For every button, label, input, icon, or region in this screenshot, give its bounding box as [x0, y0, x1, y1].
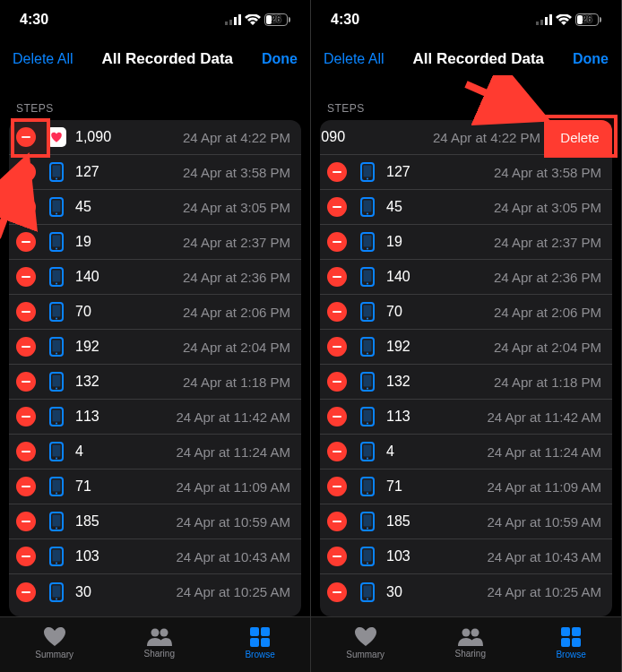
row-timestamp: 24 Apr at 4:22 PM: [433, 130, 540, 145]
delete-row-button[interactable]: Delete: [548, 120, 612, 154]
status-bar: 4:30 26: [0, 0, 310, 39]
table-row[interactable]: 19224 Apr at 2:04 PM: [320, 330, 612, 365]
table-row[interactable]: 424 Apr at 11:24 AM: [320, 435, 612, 470]
svg-point-80: [367, 458, 368, 460]
tab-browse-label: Browse: [245, 650, 274, 659]
nav-bar: Delete All All Recorded Data Done: [0, 39, 310, 79]
status-time: 4:30: [20, 12, 48, 28]
table-row[interactable]: 7024 Apr at 2:06 PM: [9, 295, 301, 330]
table-row[interactable]: 11324 Apr at 11:42 AM: [320, 400, 612, 435]
iphone-icon: [47, 372, 66, 392]
remove-row-button[interactable]: [327, 442, 347, 461]
row-value: 70: [386, 304, 402, 320]
tab-browse[interactable]: Browse: [245, 626, 274, 659]
delete-all-button[interactable]: Delete All: [13, 51, 73, 67]
table-row[interactable]: 7024 Apr at 2:06 PM: [320, 295, 612, 330]
tab-summary[interactable]: Summary: [35, 626, 73, 659]
row-value: 127: [75, 164, 99, 180]
remove-row-button[interactable]: [327, 302, 347, 322]
remove-row-button[interactable]: [327, 337, 347, 357]
table-row[interactable]: 7124 Apr at 11:09 AM: [320, 470, 612, 504]
table-row[interactable]: 1924 Apr at 2:37 PM: [320, 225, 612, 260]
tab-sharing[interactable]: Sharing: [454, 627, 485, 659]
table-row[interactable]: 7124 Apr at 11:09 AM: [9, 470, 301, 504]
table-row[interactable]: 12724 Apr at 3:58 PM: [9, 155, 301, 190]
row-timestamp: 24 Apr at 2:04 PM: [494, 340, 601, 355]
table-row[interactable]: 1,09024 Apr at 4:22 PMDelete: [320, 120, 612, 155]
remove-row-button[interactable]: [327, 407, 347, 426]
table-row[interactable]: 14024 Apr at 2:36 PM: [320, 260, 612, 295]
remove-row-button[interactable]: [16, 512, 36, 531]
remove-row-button[interactable]: [16, 337, 36, 357]
svg-rect-88: [364, 550, 372, 562]
remove-row-button[interactable]: [16, 442, 36, 461]
tab-browse[interactable]: Browse: [556, 626, 585, 659]
row-value: 192: [75, 339, 99, 355]
remove-row-button[interactable]: [327, 267, 347, 287]
table-row[interactable]: 1924 Apr at 2:37 PM: [9, 225, 301, 260]
svg-point-77: [367, 423, 368, 425]
table-row[interactable]: 13224 Apr at 1:18 PM: [9, 365, 301, 400]
svg-rect-1: [229, 20, 232, 25]
remove-row-button[interactable]: [16, 302, 36, 322]
table-row[interactable]: 11324 Apr at 11:42 AM: [9, 400, 301, 435]
remove-row-button[interactable]: [327, 372, 347, 392]
cell-signal-icon: [225, 14, 241, 25]
remove-row-button[interactable]: [16, 197, 36, 217]
table-row[interactable]: 3024 Apr at 10:25 AM: [320, 574, 612, 609]
remove-row-button[interactable]: [16, 547, 36, 566]
data-list[interactable]: 1,09024 Apr at 4:22 PM12724 Apr at 3:58 …: [9, 120, 301, 616]
tab-sharing[interactable]: Sharing: [143, 627, 174, 659]
table-row[interactable]: 18524 Apr at 10:59 AM: [9, 504, 301, 539]
table-row[interactable]: 19224 Apr at 2:04 PM: [9, 330, 301, 365]
remove-row-button[interactable]: [327, 477, 347, 496]
row-timestamp: 24 Apr at 2:36 PM: [494, 270, 601, 285]
table-row[interactable]: 10324 Apr at 10:43 AM: [320, 539, 612, 574]
done-button[interactable]: Done: [573, 51, 609, 67]
table-row[interactable]: 424 Apr at 11:24 AM: [9, 435, 301, 470]
iphone-icon: [47, 547, 66, 566]
remove-row-button[interactable]: [327, 582, 347, 602]
iphone-icon: [358, 197, 377, 217]
iphone-icon: [358, 232, 377, 252]
table-row[interactable]: 3024 Apr at 10:25 AM: [9, 574, 301, 609]
row-timestamp: 24 Apr at 3:58 PM: [494, 165, 601, 180]
remove-row-button[interactable]: [16, 372, 36, 392]
remove-row-button[interactable]: [327, 547, 347, 566]
row-timestamp: 24 Apr at 11:24 AM: [487, 444, 601, 460]
delete-all-button[interactable]: Delete All: [324, 51, 384, 67]
remove-row-button[interactable]: [16, 232, 36, 252]
battery-icon: 26: [264, 13, 290, 26]
table-row[interactable]: 12724 Apr at 3:58 PM: [320, 155, 612, 190]
svg-rect-35: [53, 515, 61, 527]
remove-row-button[interactable]: [327, 162, 347, 182]
svg-point-39: [56, 563, 57, 564]
svg-point-30: [56, 458, 57, 460]
remove-row-button[interactable]: [16, 407, 36, 426]
svg-rect-8: [53, 201, 61, 212]
svg-rect-53: [549, 14, 552, 25]
remove-row-button[interactable]: [16, 477, 36, 496]
table-row[interactable]: 13224 Apr at 1:18 PM: [320, 365, 612, 400]
table-row[interactable]: 4524 Apr at 3:05 PM: [320, 190, 612, 225]
done-button[interactable]: Done: [262, 51, 298, 67]
table-row[interactable]: 4524 Apr at 3:05 PM: [9, 190, 301, 225]
remove-row-button[interactable]: [327, 197, 347, 217]
remove-row-button[interactable]: [16, 162, 36, 182]
svg-rect-20: [53, 340, 61, 352]
remove-row-button[interactable]: [16, 582, 36, 602]
table-row[interactable]: 10324 Apr at 10:43 AM: [9, 539, 301, 574]
remove-row-button[interactable]: [327, 512, 347, 531]
svg-rect-45: [250, 627, 259, 636]
svg-rect-91: [364, 585, 372, 597]
data-list[interactable]: 1,09024 Apr at 4:22 PMDelete12724 Apr at…: [320, 120, 612, 616]
table-row[interactable]: 14024 Apr at 2:36 PM: [9, 260, 301, 295]
remove-row-button[interactable]: [16, 127, 36, 147]
iphone-icon: [358, 407, 377, 426]
tab-summary[interactable]: Summary: [346, 626, 384, 659]
table-row[interactable]: 1,09024 Apr at 4:22 PM: [9, 120, 301, 155]
svg-rect-67: [364, 306, 372, 317]
remove-row-button[interactable]: [16, 267, 36, 287]
remove-row-button[interactable]: [327, 232, 347, 252]
table-row[interactable]: 18524 Apr at 10:59 AM: [320, 504, 612, 539]
